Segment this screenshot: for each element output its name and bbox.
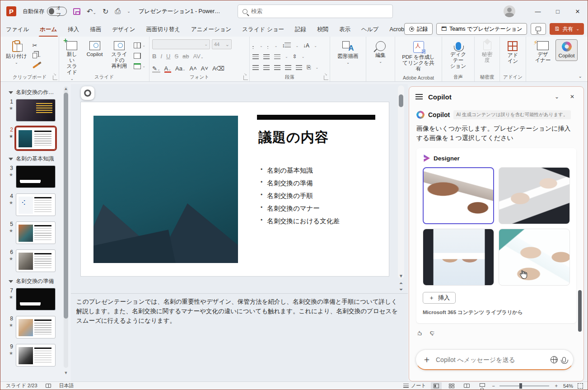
tab-draw[interactable]: 描画: [84, 23, 107, 36]
slide-thumb-8[interactable]: 8★: [6, 316, 71, 338]
search-box[interactable]: [238, 5, 393, 18]
customize-qat-icon[interactable]: ⌄: [127, 9, 131, 14]
format-painter-button[interactable]: [32, 62, 42, 70]
zoom-slider-thumb[interactable]: [519, 383, 522, 389]
result-image-1-selected[interactable]: [423, 167, 494, 224]
zoom-level[interactable]: 54%: [563, 383, 573, 389]
scrollbar-thumb[interactable]: [64, 93, 68, 319]
section-header-2[interactable]: 名刺の基本知識: [9, 155, 71, 163]
tab-view[interactable]: 表示: [334, 23, 356, 36]
result-image-3[interactable]: [423, 229, 494, 286]
editing-button[interactable]: 編集 ⌄: [373, 39, 388, 66]
collapse-ribbon-icon[interactable]: ⌄: [579, 74, 582, 79]
scroll-down-icon[interactable]: ▼: [64, 371, 68, 375]
tab-slideshow[interactable]: スライド ショー: [237, 23, 289, 36]
paste-button[interactable]: 貼り付け ⌄: [3, 39, 30, 66]
line-spacing-button[interactable]: ↕: [282, 42, 291, 49]
bullet-item[interactable]: 名刺交換の手順: [261, 192, 340, 200]
copilot-message-input[interactable]: [436, 356, 546, 363]
change-case-button[interactable]: Aa⌄: [175, 65, 186, 72]
copy-button[interactable]: ⌄: [32, 52, 42, 60]
align-right-button[interactable]: [274, 65, 280, 70]
font-color-button[interactable]: A⌄: [164, 65, 171, 72]
thumbnail-slide-5[interactable]: [16, 221, 56, 244]
reading-view-button[interactable]: [462, 382, 472, 390]
reuse-slides-button[interactable]: スライドの 再利用: [107, 39, 131, 71]
copilot-ribbon-small-button[interactable]: Copilot: [84, 39, 106, 59]
paragraph-dialog-launcher[interactable]: [324, 75, 328, 80]
minimize-button[interactable]: —: [528, 2, 548, 20]
zoom-out-button[interactable]: −: [492, 383, 495, 389]
menu-icon[interactable]: [415, 94, 423, 99]
record-button[interactable]: 記録: [404, 23, 433, 35]
next-slide-icon[interactable]: ⏷: [398, 287, 404, 292]
designer-button[interactable]: デザ イナー: [532, 39, 554, 65]
notes-divider[interactable]: [71, 293, 408, 294]
zoom-in-button[interactable]: ＋: [554, 382, 559, 389]
bold-button[interactable]: B: [152, 53, 156, 60]
reset-button[interactable]: [133, 52, 146, 60]
decrease-indent-button[interactable]: [252, 54, 259, 59]
comments-button[interactable]: [531, 23, 546, 35]
slide-indicator[interactable]: スライド 2/23: [6, 382, 37, 389]
save-icon[interactable]: [73, 8, 80, 15]
char-spacing-button[interactable]: AV⌄: [193, 53, 204, 60]
autosave-switch[interactable]: オフ: [47, 7, 67, 16]
search-input[interactable]: [251, 8, 388, 14]
canvas-copilot-button[interactable]: [81, 86, 94, 100]
shrink-font-button[interactable]: A˅: [201, 65, 208, 72]
language-indicator[interactable]: 日本語: [59, 382, 74, 389]
tab-home[interactable]: ホーム: [34, 23, 62, 36]
microphone-icon[interactable]: [562, 357, 566, 362]
layout-button[interactable]: ⌄: [133, 41, 146, 49]
bullet-item[interactable]: 名刺交換のマナー: [261, 204, 340, 213]
add-content-icon[interactable]: ＋: [422, 353, 431, 366]
slide-thumb-4[interactable]: 4★: [6, 193, 71, 216]
copilot-input-box[interactable]: ＋: [415, 349, 574, 370]
align-left-button[interactable]: [252, 65, 259, 70]
grow-font-button[interactable]: A˄: [190, 65, 197, 72]
pdf-share-button[interactable]: PDF を作成し てリンクを共有: [398, 39, 439, 74]
notes-pane[interactable]: このプレゼンテーションでは、名刺の重要性やデザイン、保管方法を紹介し、名刺交換の…: [76, 297, 402, 326]
underline-button[interactable]: U: [166, 53, 170, 60]
spellcheck-icon[interactable]: [46, 384, 51, 388]
teams-present-button[interactable]: 🗔 Teams でプレゼンテーション: [436, 23, 527, 35]
cut-button[interactable]: ✂: [32, 41, 42, 49]
slide-thumb-3[interactable]: 3★: [6, 165, 71, 188]
zoom-slider[interactable]: [499, 385, 549, 386]
thumbnail-slide-3[interactable]: [16, 165, 56, 188]
justify-button[interactable]: [285, 65, 291, 70]
font-name-combobox[interactable]: ⌄: [152, 39, 210, 49]
close-panel-icon[interactable]: ✕: [567, 94, 577, 100]
thumbnail-slide-4[interactable]: [16, 193, 56, 216]
account-avatar[interactable]: [504, 5, 515, 17]
tab-help[interactable]: ヘルプ: [356, 23, 384, 36]
undo-icon[interactable]: ↶⌄: [87, 7, 96, 16]
clear-formatting-button[interactable]: A⌫: [212, 65, 224, 72]
tab-design[interactable]: デザイン: [107, 23, 140, 36]
slideshow-view-button[interactable]: [477, 382, 488, 390]
slide-bullet-list[interactable]: 名刺の基本知識 名刺交換の準備 名刺交換の手順 名刺交換のマナー 名刺交換におけ…: [261, 166, 340, 230]
shape-draw-button[interactable]: 図形描画 ⌄: [335, 39, 361, 66]
thumbs-up-icon[interactable]: 🖒: [416, 329, 423, 337]
redo-icon[interactable]: ↻: [103, 7, 108, 16]
tab-review[interactable]: 校閲: [312, 23, 334, 36]
section-header-1[interactable]: 名刺交換の作…: [9, 89, 71, 96]
addins-button[interactable]: アド イン: [505, 39, 521, 66]
fit-slide-to-window-icon[interactable]: [578, 383, 583, 389]
insert-button[interactable]: ＋ 挿入: [423, 292, 456, 304]
highlight-color-button[interactable]: ✎⌄: [152, 65, 160, 72]
copilot-ribbon-button[interactable]: Copilot: [555, 39, 578, 61]
close-button[interactable]: ✕: [568, 2, 588, 20]
section-header-3[interactable]: 名刺交換の準備: [9, 277, 71, 285]
thumbnail-slide-7[interactable]: [16, 288, 56, 310]
columns-button[interactable]: [274, 54, 280, 59]
start-slideshow-icon[interactable]: ⎙: [115, 7, 121, 15]
scrollbar-thumb[interactable]: [399, 94, 403, 107]
section-button[interactable]: ⌄: [133, 62, 146, 70]
scroll-down-icon[interactable]: ▼: [398, 273, 404, 278]
slide-thumb-9[interactable]: 9★: [6, 344, 71, 367]
strikethrough-button[interactable]: S: [174, 53, 178, 60]
font-dialog-launcher[interactable]: [243, 75, 248, 80]
italic-button[interactable]: I: [160, 53, 162, 60]
